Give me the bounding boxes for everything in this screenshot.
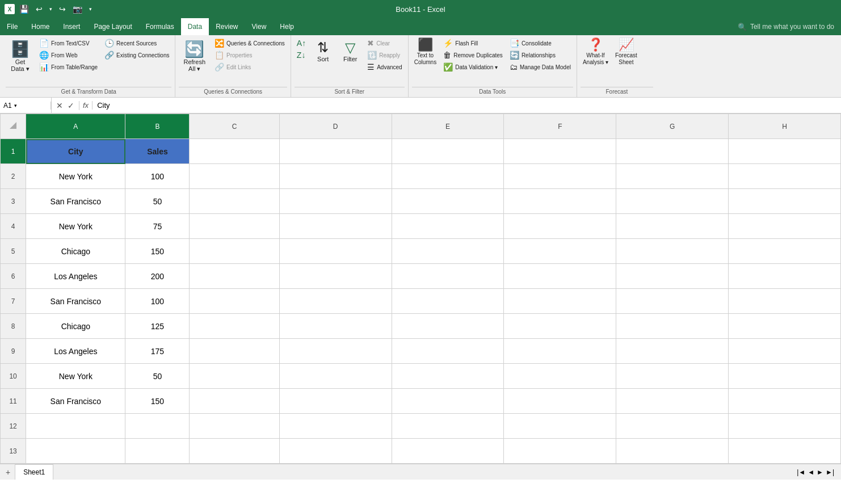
cell-d2[interactable] (279, 164, 392, 189)
cell-d13[interactable] (279, 439, 392, 464)
cell-d4[interactable] (279, 214, 392, 239)
row-header-12[interactable]: 12 (1, 414, 26, 439)
cell-d7[interactable] (279, 289, 392, 314)
remove-duplicates-button[interactable]: 🗑 Remove Duplicates (441, 49, 505, 61)
from-table-range-button[interactable]: 📊 From Table/Range (37, 61, 100, 73)
col-header-g[interactable]: G (616, 114, 729, 139)
row-header-3[interactable]: 3 (1, 189, 26, 214)
formula-confirm-button[interactable]: ✓ (68, 101, 74, 110)
sort-az-button[interactable]: A↑ (295, 37, 308, 49)
customize-qat[interactable]: ▾ (87, 5, 94, 13)
row-header-10[interactable]: 10 (1, 364, 26, 389)
cell-d9[interactable] (279, 339, 392, 364)
cell-a8[interactable]: Chicago (26, 314, 125, 339)
cell-c10[interactable] (190, 364, 279, 389)
flash-fill-button[interactable]: ⚡ Flash Fill (441, 37, 505, 49)
existing-connections-button[interactable]: 🔗 Existing Connections (102, 49, 171, 61)
cell-b8[interactable]: 125 (125, 314, 190, 339)
menu-data[interactable]: Data (181, 18, 209, 35)
cell-b11[interactable]: 150 (125, 389, 190, 414)
col-header-e[interactable]: E (392, 114, 504, 139)
cell-e2[interactable] (392, 164, 504, 189)
row-header-11[interactable]: 11 (1, 389, 26, 414)
queries-connections-button[interactable]: 🔀 Queries & Connections (212, 37, 287, 49)
cell-b7[interactable]: 100 (125, 289, 190, 314)
save-button[interactable]: 💾 (17, 3, 31, 15)
cell-h8[interactable] (729, 314, 841, 339)
from-text-csv-button[interactable]: 📄 From Text/CSV (37, 37, 100, 49)
redo-button[interactable]: ↪ (57, 3, 68, 15)
cell-f4[interactable] (504, 214, 616, 239)
cell-e11[interactable] (392, 389, 504, 414)
cell-g1[interactable] (616, 139, 729, 164)
cell-e12[interactable] (392, 414, 504, 439)
cell-b4[interactable]: 75 (125, 214, 190, 239)
filter-button[interactable]: ▽ Filter (338, 37, 363, 65)
cell-d5[interactable] (279, 239, 392, 264)
cell-e4[interactable] (392, 214, 504, 239)
cell-f7[interactable] (504, 289, 616, 314)
cell-f6[interactable] (504, 264, 616, 289)
cell-a12[interactable] (26, 414, 125, 439)
manage-model-button[interactable]: 🗂 Manage Data Model (507, 61, 573, 73)
row-header-1[interactable]: 1 (1, 139, 26, 164)
menu-formulas[interactable]: Formulas (139, 18, 181, 35)
text-to-columns-button[interactable]: ⬛ Text toColumns (412, 37, 439, 67)
cell-f2[interactable] (504, 164, 616, 189)
menu-view[interactable]: View (245, 18, 274, 35)
cell-h1[interactable] (729, 139, 841, 164)
cell-g11[interactable] (616, 389, 729, 414)
new-sheet-button[interactable]: + (2, 467, 14, 478)
formula-cancel-button[interactable]: ✕ (56, 101, 63, 110)
row-header-2[interactable]: 2 (1, 164, 26, 189)
cell-c6[interactable] (190, 264, 279, 289)
cell-c4[interactable] (190, 214, 279, 239)
cell-c11[interactable] (190, 389, 279, 414)
cell-f8[interactable] (504, 314, 616, 339)
cell-a10[interactable]: New York (26, 364, 125, 389)
cell-a5[interactable]: Chicago (26, 239, 125, 264)
row-header-4[interactable]: 4 (1, 214, 26, 239)
from-web-button[interactable]: 🌐 From Web (37, 49, 100, 61)
cell-g4[interactable] (616, 214, 729, 239)
cell-c7[interactable] (190, 289, 279, 314)
cell-g5[interactable] (616, 239, 729, 264)
cell-g8[interactable] (616, 314, 729, 339)
row-header-8[interactable]: 8 (1, 314, 26, 339)
cell-b1[interactable]: Sales (125, 139, 190, 164)
cell-d6[interactable] (279, 264, 392, 289)
recent-sources-button[interactable]: 🕒 Recent Sources (102, 37, 171, 49)
row-header-6[interactable]: 6 (1, 264, 26, 289)
cell-a7[interactable]: San Francisco (26, 289, 125, 314)
sort-button[interactable]: ⇅ Sort (310, 37, 335, 65)
refresh-all-button[interactable]: 🔄 Refresh All ▾ (179, 37, 210, 75)
cell-a6[interactable]: Los Angeles (26, 264, 125, 289)
search-box[interactable]: Tell me what you want to do (750, 23, 834, 31)
cell-b12[interactable] (125, 414, 190, 439)
what-if-analysis-button[interactable]: ❓ What-IfAnalysis ▾ (581, 37, 611, 67)
cell-a13[interactable] (26, 439, 125, 464)
sort-za-button[interactable]: Z↓ (295, 49, 308, 61)
sheet-nav-last[interactable]: ►| (826, 468, 834, 476)
menu-help[interactable]: Help (273, 18, 301, 35)
cell-d1[interactable] (279, 139, 392, 164)
cell-b3[interactable]: 50 (125, 189, 190, 214)
cell-b10[interactable]: 50 (125, 364, 190, 389)
cell-b6[interactable]: 200 (125, 264, 190, 289)
cell-e9[interactable] (392, 339, 504, 364)
cell-a1[interactable]: City (26, 139, 125, 164)
menu-page-layout[interactable]: Page Layout (87, 18, 138, 35)
undo-dropdown[interactable]: ▾ (47, 5, 54, 13)
cell-c1[interactable] (190, 139, 279, 164)
cell-c9[interactable] (190, 339, 279, 364)
menu-insert[interactable]: Insert (56, 18, 87, 35)
col-header-b[interactable]: B (125, 114, 190, 139)
row-header-13[interactable]: 13 (1, 439, 26, 464)
cell-e8[interactable] (392, 314, 504, 339)
advanced-button[interactable]: ☰ Advanced (365, 61, 404, 73)
cell-g7[interactable] (616, 289, 729, 314)
col-header-a[interactable]: A (26, 114, 125, 139)
cell-f5[interactable] (504, 239, 616, 264)
cell-a9[interactable]: Los Angeles (26, 339, 125, 364)
sheet-scroll[interactable]: A B C D E F G H 1 City Sales (0, 114, 841, 464)
